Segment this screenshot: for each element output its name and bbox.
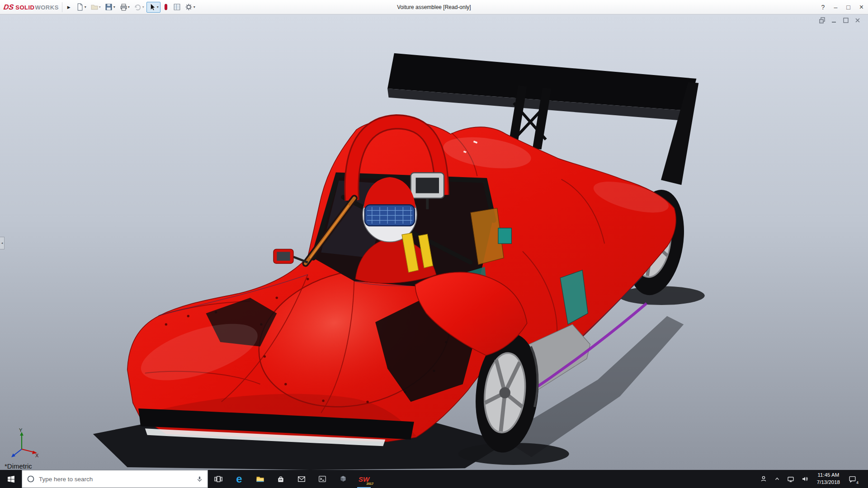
search-input[interactable] (39, 476, 192, 483)
clock-date: 7/13/2018 (817, 479, 840, 486)
dropdown-caret[interactable]: ▾ (113, 5, 115, 9)
sheet-grid-icon (173, 3, 181, 11)
red-capsule-icon (163, 3, 169, 11)
dropdown-caret[interactable]: ▾ (193, 5, 195, 9)
toolbar-separator (62, 2, 62, 12)
toolbar-flyout-button[interactable]: ▶ (66, 4, 72, 10)
action-center-icon (849, 475, 856, 483)
cube-icon (339, 475, 347, 483)
panel-collapse-nub[interactable]: ◂ (0, 237, 5, 249)
close-button[interactable]: × (859, 3, 863, 11)
file-explorer-icon (256, 475, 264, 483)
maximize-doc-icon[interactable] (843, 17, 849, 23)
maximize-button[interactable]: □ (846, 4, 850, 11)
title-bar: DS SOLID WORKS ▶ ▾ ▾ (0, 0, 868, 14)
3d-scene[interactable] (0, 14, 868, 470)
select-cursor-icon (148, 3, 156, 11)
graphics-viewport[interactable]: ◂ Y X *Dimetric (0, 14, 868, 470)
task-view-icon (214, 475, 222, 483)
taskbar-search[interactable] (22, 470, 208, 488)
undo-button[interactable]: ▾ (132, 2, 146, 13)
minimize-button[interactable]: – (834, 4, 837, 11)
cortana-icon (27, 475, 35, 483)
dropdown-caret[interactable]: ▾ (157, 5, 159, 9)
speaker-icon (801, 475, 808, 483)
dropdown-caret[interactable]: ▾ (142, 5, 144, 9)
help-button[interactable]: ? (821, 4, 825, 11)
taskbar-explorer-button[interactable] (250, 470, 270, 488)
edge-icon: e (236, 474, 242, 484)
volume-button[interactable] (801, 475, 808, 483)
taskbar-store-button[interactable] (270, 470, 291, 488)
mail-envelope-icon (297, 475, 306, 483)
print-icon (119, 3, 127, 11)
undo-arrow-icon (134, 3, 142, 11)
main-toolbar: ▾ ▾ ▾ (74, 2, 197, 13)
collapse-arrow-icon: ◂ (1, 241, 3, 245)
taskbar-terminal-button[interactable] (312, 470, 333, 488)
dropdown-caret[interactable]: ▾ (128, 5, 130, 9)
windows-logo-icon (7, 475, 15, 483)
taskbar-mail-button[interactable] (291, 470, 312, 488)
command-prompt-icon (318, 475, 326, 483)
document-window-controls (819, 17, 861, 23)
clock-time: 11:45 AM (817, 472, 840, 479)
taskbar-composer-button[interactable] (333, 470, 354, 488)
options-button[interactable]: ▾ (183, 2, 197, 13)
network-button[interactable] (787, 475, 794, 483)
minimize-doc-icon[interactable] (831, 17, 837, 23)
people-icon (760, 475, 767, 483)
notification-badge: 4 (856, 480, 859, 485)
taskbar-edge-button[interactable]: e (229, 470, 250, 488)
window-title: Voiture assemblee [Read-only] (397, 4, 471, 10)
open-folder-icon (90, 3, 98, 11)
print-button[interactable]: ▾ (118, 2, 132, 13)
chevron-up-icon (774, 476, 780, 482)
teal-accent (498, 228, 511, 244)
solidworks-app-icon: SW 2017 (359, 475, 369, 483)
dropdown-caret[interactable]: ▾ (99, 5, 101, 9)
action-center-button[interactable]: 4 (849, 475, 856, 483)
task-view-button[interactable] (208, 470, 229, 488)
save-floppy-icon (105, 3, 113, 11)
solidworks-window: DS SOLID WORKS ▶ ▾ ▾ (0, 0, 868, 488)
view-orientation-label: *Dimetric (5, 462, 32, 470)
people-button[interactable] (760, 475, 767, 483)
orientation-triad: Y X (6, 427, 40, 460)
start-button[interactable] (0, 470, 22, 488)
microphone-icon[interactable] (196, 476, 203, 483)
appearance-button[interactable] (161, 2, 171, 13)
brand-works-text: WORKS (35, 4, 58, 11)
taskbar-solidworks-button[interactable]: SW 2017 (354, 470, 374, 488)
save-button[interactable]: ▾ (103, 2, 117, 13)
brand-solid-text: SOLID (15, 4, 34, 11)
sw-year-label: 2017 (367, 482, 374, 485)
solidworks-logo: DS SOLID WORKS (4, 3, 59, 11)
store-bag-icon (277, 475, 285, 483)
new-document-icon (76, 3, 84, 11)
taskbar-clock[interactable]: 11:45 AM 7/13/2018 (815, 472, 842, 486)
axis-y-label: Y (19, 427, 23, 433)
new-document-button[interactable]: ▾ (74, 2, 88, 13)
windows-taskbar: e (0, 470, 868, 488)
system-tray: 11:45 AM 7/13/2018 4 (760, 470, 868, 488)
close-doc-icon[interactable] (854, 17, 861, 23)
ds-logo-icon: DS (3, 3, 14, 11)
tray-overflow-button[interactable] (774, 476, 780, 482)
axis-x-label: X (35, 453, 39, 458)
network-icon (787, 475, 794, 483)
window-controls: ? – □ × (821, 0, 863, 14)
dropdown-caret[interactable]: ▾ (85, 5, 86, 9)
open-document-button[interactable]: ▾ (89, 2, 103, 13)
gear-icon (185, 3, 193, 11)
select-tool-button[interactable]: ▾ (146, 2, 160, 13)
report-sheet-button[interactable] (171, 2, 183, 13)
restore-doc-icon[interactable] (819, 17, 826, 23)
